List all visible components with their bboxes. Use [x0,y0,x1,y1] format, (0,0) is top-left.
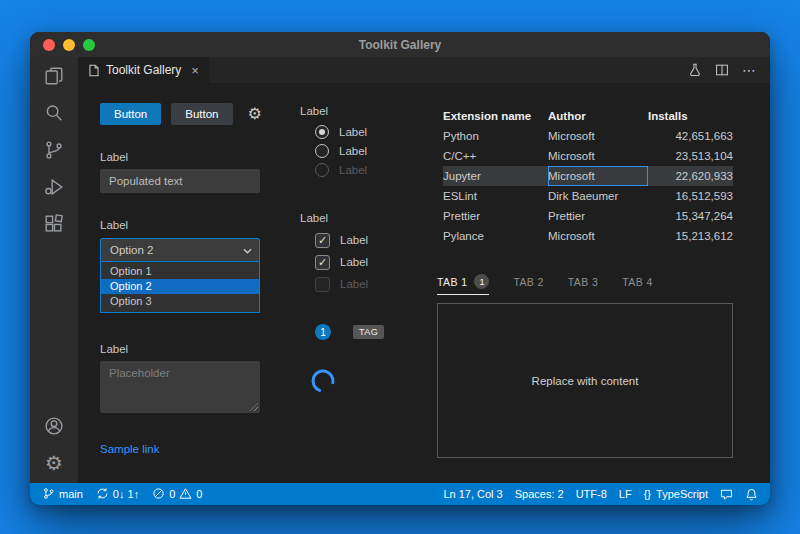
dropdown-option[interactable]: Option 1 [101,264,259,279]
grid-cell[interactable]: 15,347,264 [648,206,733,226]
grid-cell[interactable]: Pylance [443,226,548,246]
editor-toolbar: ⋯ [688,57,770,83]
tag: TAG [353,325,384,339]
search-icon[interactable] [42,101,66,125]
checkbox-icon: ✓ [315,233,330,248]
panel-tab[interactable]: TAB 3 [568,274,598,295]
grid-cell[interactable]: Microsoft [548,126,648,146]
minimize-window-button[interactable] [63,39,75,51]
grid-row[interactable]: PrettierPrettier15,347,264 [443,206,733,226]
data-grid: Extension nameAuthorInstalls PythonMicro… [437,105,733,246]
dropdown-option[interactable]: Option 3 [101,294,259,309]
grid-cell[interactable]: Microsoft [548,226,648,246]
text-area[interactable]: Placeholder [100,361,260,413]
window-titlebar[interactable]: Toolkit Gallery [30,32,770,57]
panel-tab-label: TAB 3 [568,276,598,288]
source-control-icon[interactable] [42,138,66,162]
close-window-button[interactable] [43,39,55,51]
checkbox-icon [315,277,330,292]
grid-cell[interactable]: Microsoft [548,166,648,186]
dropdown-listbox: Option 1Option 2Option 3 [100,262,260,313]
grid-cell[interactable]: Prettier [548,206,648,226]
encoding[interactable]: UTF-8 [576,488,607,500]
close-tab-icon[interactable]: × [191,63,199,78]
panel-tab[interactable]: TAB 11 [437,274,489,295]
dropdown-option[interactable]: Option 2 [101,279,259,294]
text-field-label: Label [100,151,260,163]
feedback-icon[interactable] [720,488,733,501]
language-name: TypeScript [656,488,708,500]
grid-cell[interactable]: Microsoft [548,146,648,166]
indentation[interactable]: Spaces: 2 [515,488,564,500]
language-mode[interactable]: {} TypeScript [644,488,708,500]
grid-cell[interactable]: Python [443,126,548,146]
grid-cell[interactable]: 16,512,593 [648,186,733,206]
gallery-column-selection-controls: Label LabelLabelLabel Label ✓Label✓Label… [300,83,430,398]
text-field-value: Populated text [109,175,183,187]
sample-link[interactable]: Sample link [100,443,260,455]
grid-row[interactable]: JupyterMicrosoft22,620,933 [443,166,733,186]
checkbox-label: Label [340,234,368,246]
data-grid-body: PythonMicrosoft42,651,663C/C++Microsoft2… [443,126,733,246]
checkbox-label: Label [340,278,368,290]
problems-status[interactable]: 0 0 [152,487,202,502]
activity-bar: ⚙ [30,57,78,483]
panel-tab[interactable]: TAB 2 [513,274,543,295]
radio-option[interactable]: Label [300,122,430,141]
secondary-button[interactable]: Button [171,103,232,125]
file-icon [88,64,100,77]
notifications-bell-icon[interactable] [745,488,758,501]
warning-count: 0 [196,488,202,500]
split-editor-icon[interactable] [715,63,729,77]
panel-tab-badge: 1 [474,274,489,289]
cursor-position[interactable]: Ln 17, Col 3 [443,488,502,500]
panel-tabs: TAB 11TAB 2TAB 3TAB 4 [437,274,733,295]
grid-cell[interactable]: Jupyter [443,166,548,186]
account-icon[interactable] [42,414,66,438]
grid-cell[interactable]: Dirk Baeumer [548,186,648,206]
checkbox-label: Label [340,256,368,268]
grid-cell[interactable]: 22,620,933 [648,166,733,186]
grid-cell[interactable]: Prettier [443,206,548,226]
grid-cell[interactable]: 42,651,663 [648,126,733,146]
tab-toolkit-gallery[interactable]: Toolkit Gallery × [78,57,209,83]
explorer-icon[interactable] [42,64,66,88]
grid-cell[interactable]: 23,513,104 [648,146,733,166]
branch-status[interactable]: main [42,487,83,502]
grid-row[interactable]: C/C++Microsoft23,513,104 [443,146,733,166]
checkbox-icon: ✓ [315,255,330,270]
grid-cell[interactable]: C/C++ [443,146,548,166]
settings-gear-icon[interactable]: ⚙ [42,451,66,475]
error-icon [152,487,165,502]
grid-row[interactable]: PylanceMicrosoft15,213,612 [443,226,733,246]
checkbox-option[interactable]: ✓Label [300,251,430,273]
traffic-lights [43,39,95,51]
panel-view: Replace with content [437,303,733,458]
dropdown-value: Option 2 [110,244,153,256]
dropdown[interactable]: Option 2 [100,238,260,262]
checkbox-option[interactable]: ✓Label [300,229,430,251]
grid-header-cell: Author [548,105,648,126]
zoom-window-button[interactable] [83,39,95,51]
more-actions-icon[interactable]: ⋯ [742,62,757,78]
radio-label: Label [339,126,367,138]
extensions-icon[interactable] [42,212,66,236]
grid-cell[interactable]: 15,213,612 [648,226,733,246]
grid-cell[interactable]: ESLint [443,186,548,206]
panel-tab[interactable]: TAB 4 [622,274,652,295]
tab-bar: Toolkit Gallery × [78,57,770,83]
gallery-column-grid-panels: Extension nameAuthorInstalls PythonMicro… [437,83,733,458]
radio-option: Label [300,160,430,179]
run-debug-icon[interactable] [42,175,66,199]
eol-indicator[interactable]: LF [619,488,632,500]
grid-row[interactable]: PythonMicrosoft42,651,663 [443,126,733,146]
text-field[interactable]: Populated text [100,169,260,193]
gear-icon-button[interactable]: ⚙ [248,106,262,122]
primary-button[interactable]: Button [100,103,161,125]
grid-row[interactable]: ESLintDirk Baeumer16,512,593 [443,186,733,206]
radio-option[interactable]: Label [300,141,430,160]
sync-icon [96,487,109,502]
beaker-icon[interactable] [688,63,702,77]
sync-status[interactable]: 0↓ 1↑ [96,487,139,502]
resize-grip[interactable] [250,403,258,411]
